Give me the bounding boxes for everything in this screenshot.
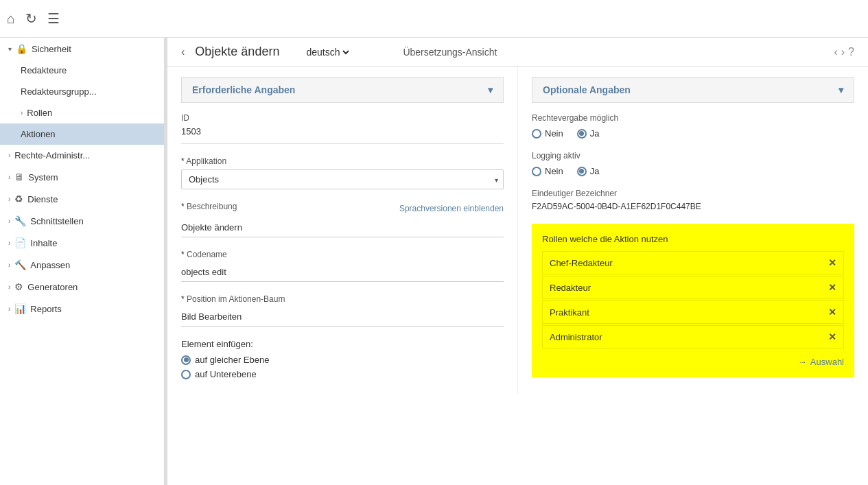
refresh-icon[interactable]: ↻ <box>25 10 37 27</box>
auswahl-label: Auswahl <box>810 357 844 367</box>
logging-nein-option[interactable]: Nein <box>532 166 563 176</box>
back-button[interactable]: ‹ <box>181 46 185 58</box>
main-content: ‹ Objekte ändern deutsch english Überset… <box>167 38 868 485</box>
optional-section-header[interactable]: Optionale Angaben ▾ <box>532 77 854 103</box>
sidebar-item-redakteure[interactable]: Redakteure <box>0 60 164 81</box>
chevron-right-icon: › <box>8 196 10 203</box>
id-value: 1503 <box>181 126 504 137</box>
content-icon: 📄 <box>14 237 26 248</box>
logging-ja-option[interactable]: Ja <box>577 166 600 176</box>
logging-label: Logging aktiv <box>532 151 854 161</box>
chevron-down-icon: ▾ <box>8 45 12 53</box>
gear-icon: ⚙ <box>14 281 23 292</box>
sidebar-item-label: Aktionen <box>21 129 56 139</box>
sidebar-item-redakteursgrup[interactable]: Redakteursgrupp... <box>0 81 164 102</box>
language-select[interactable]: deutsch english <box>303 46 351 58</box>
sub-level-radio[interactable] <box>181 370 191 379</box>
logging-ja-radio[interactable] <box>577 167 587 176</box>
position-input[interactable] <box>181 307 504 327</box>
application-select-wrapper: Objects ▾ <box>181 169 504 189</box>
sub-level-option[interactable]: auf Unterebene <box>181 369 504 379</box>
element-insert-label: Element einfügen: <box>181 339 504 349</box>
sidebar-item-aktionen[interactable]: Aktionen <box>0 123 164 145</box>
sidebar-item-rechte[interactable]: › Rechte-Administr... <box>0 145 164 166</box>
logging-nein-label: Nein <box>545 166 563 176</box>
role-name-redakteur: Redakteur <box>550 283 591 293</box>
auswahl-area: → Auswahl <box>542 350 844 367</box>
menu-icon[interactable]: ☰ <box>47 10 60 27</box>
position-label: Position im Aktionen-Baum <box>181 294 504 304</box>
help-button[interactable]: ? <box>848 46 854 58</box>
same-level-label: auf gleicher Ebene <box>195 355 269 365</box>
sidebar-item-generatoren[interactable]: › ⚙ Generatoren <box>0 276 164 298</box>
rights-label: Rechtevergabe möglich <box>532 113 854 123</box>
form-right: Optionale Angaben ▾ Rechtevergabe möglic… <box>518 67 868 394</box>
role-remove-administrator[interactable]: ✕ <box>828 331 836 342</box>
role-remove-chef[interactable]: ✕ <box>828 257 836 268</box>
logging-ja-label: Ja <box>590 166 600 176</box>
sidebar-item-label: Anpassen <box>30 260 70 270</box>
sidebar-item-anpassen[interactable]: › 🔨 Anpassen <box>0 254 164 276</box>
translation-view-label: Übersetzungs-Ansicht <box>403 47 497 58</box>
rights-nein-option[interactable]: Nein <box>532 128 563 139</box>
sub-level-label: auf Unterebene <box>195 369 257 379</box>
rights-ja-radio[interactable] <box>577 129 587 139</box>
role-item-praktikant: Praktikant ✕ <box>542 300 844 324</box>
description-label: Beschreibung <box>181 202 237 211</box>
sidebar-item-dienste[interactable]: › ♻ Dienste <box>0 188 164 210</box>
optional-section-collapse-icon: ▾ <box>838 84 843 95</box>
uuid-value: F2AD59AC-5004-0B4D-A1EF62D1F0C447BE <box>532 202 854 211</box>
chevron-right-icon: › <box>8 261 10 269</box>
sidebar-item-schnittstellen[interactable]: › 🔧 Schnittstellen <box>0 210 164 232</box>
optional-section-label: Optionale Angaben <box>543 84 631 95</box>
sidebar-item-sicherheit[interactable]: ▾ 🔒 Sicherheit <box>0 38 164 60</box>
position-field-group: Position im Aktionen-Baum <box>181 294 504 327</box>
sidebar-item-label: Redakteursgrupp... <box>21 86 97 97</box>
auswahl-arrow-icon: → <box>798 357 807 367</box>
codename-field-group: Codename <box>181 250 504 282</box>
sidebar-item-reports[interactable]: › 📊 Reports <box>0 298 164 320</box>
sidebar-item-label: Reports <box>30 304 62 314</box>
page-title: Objekte ändern <box>195 45 279 59</box>
role-remove-redakteur[interactable]: ✕ <box>828 282 836 293</box>
form-area: Erforderliche Angaben ▾ ID 1503 Applikat… <box>167 67 868 394</box>
logging-nein-radio[interactable] <box>532 167 541 176</box>
role-item-redakteur: Redakteur ✕ <box>542 276 844 299</box>
codename-label: Codename <box>181 250 504 259</box>
required-section-header[interactable]: Erforderliche Angaben ▾ <box>181 77 504 103</box>
description-input[interactable] <box>181 218 504 237</box>
sidebar-item-system[interactable]: › 🖥 System <box>0 166 164 188</box>
sidebar-item-rollen[interactable]: › Rollen <box>0 102 164 123</box>
chevron-right-icon: › <box>8 283 10 291</box>
id-field-group: ID 1503 <box>181 113 504 144</box>
nav-prev-button[interactable]: ‹ <box>834 46 837 58</box>
application-select[interactable]: Objects <box>181 169 504 189</box>
sidebar-item-label: Redakteure <box>21 65 67 75</box>
chevron-right-icon: › <box>8 239 10 247</box>
form-left: Erforderliche Angaben ▾ ID 1503 Applikat… <box>167 67 518 394</box>
rights-radio-group: Nein Ja <box>532 128 854 139</box>
rights-field-group: Rechtevergabe möglich Nein Ja <box>532 113 854 139</box>
auswahl-button[interactable]: → Auswahl <box>798 357 844 367</box>
lang-versions-link[interactable]: Sprachversionen einblenden <box>399 204 504 213</box>
sidebar-item-inhalte[interactable]: › 📄 Inhalte <box>0 232 164 254</box>
description-field-header: Beschreibung Sprachversionen einblenden <box>181 202 504 215</box>
rights-nein-radio[interactable] <box>532 129 541 139</box>
role-item-administrator: Administrator ✕ <box>542 325 844 348</box>
application-label: Applikation <box>181 156 504 166</box>
logging-radio-group: Nein Ja <box>532 166 854 176</box>
id-label: ID <box>181 113 504 123</box>
codename-input[interactable] <box>181 263 504 282</box>
nav-next-button[interactable]: › <box>841 46 845 58</box>
role-remove-praktikant[interactable]: ✕ <box>828 307 836 318</box>
chevron-right-icon: › <box>8 217 10 225</box>
same-level-radio[interactable] <box>181 355 191 365</box>
page-header: ‹ Objekte ändern deutsch english Überset… <box>167 38 868 67</box>
roles-section: Rollen welche die Aktion nutzen Chef-Red… <box>532 224 854 377</box>
uuid-field-group: Eindeutiger Bezeichner F2AD59AC-5004-0B4… <box>532 189 854 211</box>
element-insert-section: Element einfügen: auf gleicher Ebene auf… <box>181 339 504 379</box>
rights-ja-option[interactable]: Ja <box>577 128 600 139</box>
home-icon[interactable]: ⌂ <box>7 11 15 27</box>
same-level-option[interactable]: auf gleicher Ebene <box>181 355 504 365</box>
puzzle-icon: 🔧 <box>14 215 26 226</box>
